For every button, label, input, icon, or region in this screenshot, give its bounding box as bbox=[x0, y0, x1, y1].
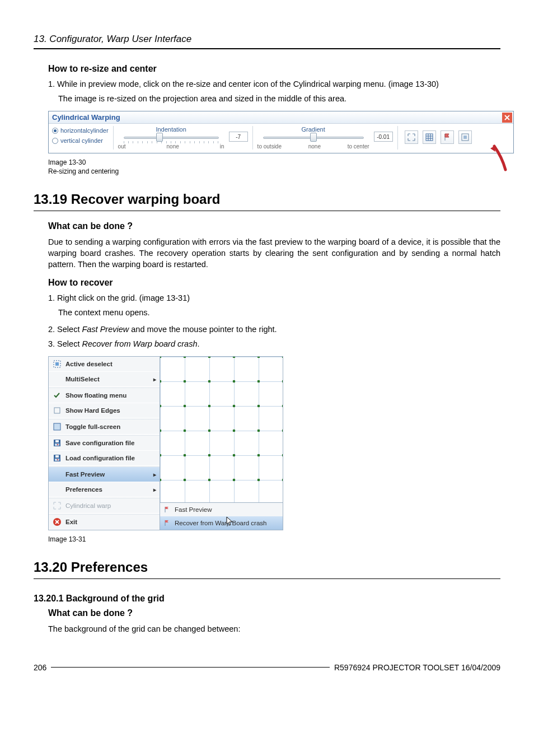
prefs-what-heading: What can be done ? bbox=[48, 608, 500, 618]
svg-rect-4 bbox=[55, 362, 59, 366]
flag-icon bbox=[163, 519, 171, 527]
submenu-arrow-icon: ▸ bbox=[153, 487, 156, 493]
menu-cylindrical-warp: Cylindrical warp bbox=[49, 498, 160, 514]
menu-load-config[interactable]: Load configuration file bbox=[49, 451, 160, 466]
section-rule bbox=[34, 578, 500, 579]
cylindrical-warping-window: Cylindrical Warping horizontalcylinder v… bbox=[48, 111, 514, 153]
check-icon bbox=[52, 390, 62, 400]
menu-multiselect[interactable]: MultiSelect ▸ bbox=[49, 372, 160, 387]
resize-step-1: 1. While in preview mode, click on the r… bbox=[48, 80, 500, 88]
what-can-be-done-paragraph: Due to sending a warping configuration w… bbox=[48, 237, 500, 270]
radio-unselected-icon bbox=[52, 138, 58, 144]
page-footer: 206 R5976924 PROJECTOR TOOLSET 16/04/200… bbox=[34, 663, 500, 672]
menu-show-floating[interactable]: Show floating menu bbox=[49, 388, 160, 403]
menu-fast-preview[interactable]: Fast Preview ▸ bbox=[49, 467, 160, 482]
cursor-icon bbox=[226, 516, 234, 526]
indentation-label: Indentation bbox=[156, 126, 186, 133]
submenu-fast-preview[interactable]: Fast Preview bbox=[160, 503, 283, 516]
separator bbox=[113, 126, 114, 150]
section-13-19-heading: 13.19 Recover warping board bbox=[34, 192, 500, 207]
submenu-arrow-icon: ▸ bbox=[153, 472, 156, 478]
section-13-20-1-heading: 13.20.1 Background of the grid bbox=[34, 594, 500, 604]
separator bbox=[252, 126, 253, 150]
svg-rect-11 bbox=[55, 455, 59, 458]
unchecked-icon bbox=[52, 405, 62, 416]
menu-toggle-fullscreen[interactable]: Toggle full-screen bbox=[49, 419, 160, 435]
selection-icon bbox=[52, 359, 62, 369]
indentation-slider[interactable] bbox=[124, 134, 219, 142]
flag-icon[interactable] bbox=[441, 130, 454, 144]
window-title: Cylindrical Warping bbox=[52, 113, 120, 122]
resize-subheading: How to re-size and center bbox=[48, 64, 500, 74]
radio-horizontal-cylinder[interactable]: horizontalcylinder bbox=[52, 127, 109, 134]
gradient-label: Gradient bbox=[302, 126, 325, 133]
svg-rect-0 bbox=[426, 134, 433, 141]
slider-mid-label: none bbox=[167, 143, 179, 150]
annotation-arrow-icon bbox=[472, 141, 511, 174]
save-icon bbox=[52, 438, 62, 448]
resize-step-1-note: The image is re-sized on the projection … bbox=[58, 94, 500, 103]
footer-right: R5976924 PROJECTOR TOOLSET 16/04/2009 bbox=[334, 663, 500, 672]
slider-max-label: in bbox=[220, 143, 224, 150]
radio-vertical-cylinder[interactable]: vertical cylinder bbox=[52, 137, 109, 144]
close-icon[interactable] bbox=[502, 113, 512, 123]
menu-save-config[interactable]: Save configuration file bbox=[49, 436, 160, 451]
image-13-31: Active deselect MultiSelect ▸ Show float… bbox=[48, 356, 500, 530]
context-menu: Active deselect MultiSelect ▸ Show float… bbox=[48, 356, 160, 530]
recover-step-1-note: The context menu opens. bbox=[58, 308, 500, 317]
page-number: 206 bbox=[34, 663, 46, 672]
radio-selected-icon bbox=[52, 128, 58, 134]
recover-step-3: 3. Select Recover from Warp board crash. bbox=[48, 339, 500, 348]
indentation-group: Indentation out none in bbox=[118, 126, 224, 150]
fullscreen-icon bbox=[52, 422, 62, 432]
how-to-recover-heading: How to recover bbox=[48, 278, 500, 288]
exit-icon bbox=[52, 517, 62, 527]
radio-label: horizontalcylinder bbox=[60, 127, 109, 134]
image-13-30: Cylindrical Warping horizontalcylinder v… bbox=[48, 111, 500, 153]
svg-rect-6 bbox=[54, 423, 60, 430]
svg-rect-8 bbox=[55, 440, 59, 442]
window-titlebar: Cylindrical Warping bbox=[49, 111, 513, 124]
recover-step-1: 1. Right click on the grid. (image 13-31… bbox=[48, 293, 500, 302]
slider-min-label: out bbox=[118, 143, 126, 150]
image-caption: Image 13-31 bbox=[48, 535, 500, 544]
section-13-20-heading: 13.20 Preferences bbox=[34, 559, 500, 575]
toolbar-icons bbox=[405, 130, 472, 144]
image-caption: Image 13-30 Re-sizing and centering bbox=[48, 158, 500, 176]
flag-icon bbox=[163, 506, 171, 514]
header-rule bbox=[34, 48, 500, 49]
separator bbox=[397, 126, 398, 150]
expand-icon[interactable] bbox=[405, 130, 418, 144]
submenu-arrow-icon: ▸ bbox=[153, 376, 156, 382]
fast-preview-submenu: Fast Preview Recover from Warp Board cra… bbox=[160, 502, 283, 530]
section-rule bbox=[34, 211, 500, 211]
menu-exit[interactable]: Exit bbox=[49, 515, 160, 530]
cylinder-radio-group: horizontalcylinder vertical cylinder bbox=[52, 126, 109, 144]
recover-step-2: 2. Select Fast Preview and move the mous… bbox=[48, 325, 500, 334]
expand-icon bbox=[52, 501, 62, 511]
gradient-group: Gradient to outside none to center bbox=[257, 126, 369, 150]
menu-show-hard-edges[interactable]: Show Hard Edges bbox=[49, 403, 160, 418]
resize-center-icon[interactable] bbox=[458, 130, 472, 144]
menu-preferences[interactable]: Preferences ▸ bbox=[49, 482, 160, 497]
submenu-recover-crash[interactable]: Recover from Warp Board crash bbox=[160, 516, 283, 530]
what-can-be-done-heading: What can be done ? bbox=[48, 221, 500, 231]
svg-rect-5 bbox=[54, 408, 60, 413]
svg-rect-2 bbox=[463, 136, 467, 139]
slider-min-label: to outside bbox=[257, 143, 282, 150]
running-header: 13. Configurator, Warp User Interface bbox=[34, 34, 500, 45]
radio-label: vertical cylinder bbox=[60, 137, 103, 144]
grid-preview-panel: Fast Preview Recover from Warp Board cra… bbox=[160, 356, 283, 530]
grid-icon[interactable] bbox=[423, 130, 436, 144]
gradient-value[interactable]: -0.01 bbox=[374, 132, 393, 142]
slider-mid-label: none bbox=[308, 143, 321, 150]
slider-max-label: to center bbox=[348, 143, 369, 150]
load-icon bbox=[52, 453, 62, 463]
indentation-value[interactable]: -7 bbox=[229, 132, 248, 142]
prefs-what-paragraph: The background of the grid can be change… bbox=[48, 624, 500, 635]
menu-active-deselect[interactable]: Active deselect bbox=[49, 357, 160, 372]
gradient-slider[interactable] bbox=[263, 134, 364, 142]
